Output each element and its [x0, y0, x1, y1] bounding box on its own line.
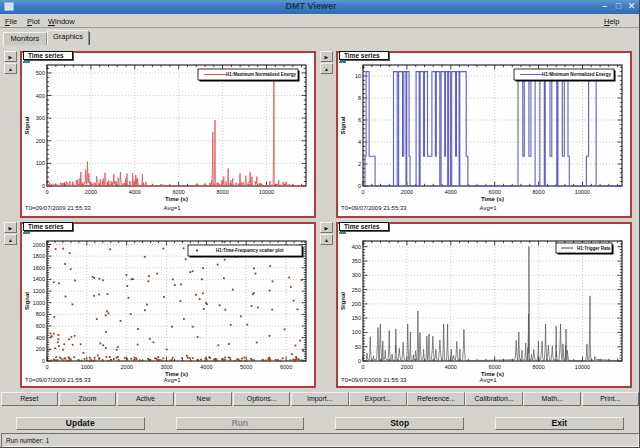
svg-text:T0=09/07/2009 21:55:33: T0=09/07/2009 21:55:33 — [341, 377, 407, 383]
svg-text:1800: 1800 — [33, 253, 45, 259]
svg-text:2000: 2000 — [401, 189, 413, 195]
svg-text:Signal: Signal — [340, 116, 346, 134]
svg-text:0: 0 — [42, 183, 45, 189]
svg-text:400: 400 — [352, 244, 361, 250]
svg-text:Signal: Signal — [24, 116, 30, 134]
svg-text:1000: 1000 — [33, 300, 45, 306]
svg-text:0: 0 — [45, 189, 48, 195]
svg-text:10: 10 — [355, 73, 361, 79]
svg-text:1600: 1600 — [33, 265, 45, 271]
svg-text:50: 50 — [355, 344, 361, 350]
svg-text:0: 0 — [358, 358, 361, 364]
svg-text:0: 0 — [361, 364, 364, 370]
svg-text:Avg=1: Avg=1 — [480, 377, 498, 383]
svg-text:250: 250 — [352, 287, 361, 293]
svg-text:H1:Maximum Normalized Energy: H1:Maximum Normalized Energy — [226, 72, 297, 77]
svg-text:400: 400 — [36, 93, 45, 99]
svg-text:200: 200 — [352, 301, 361, 307]
svg-text:0: 0 — [361, 189, 364, 195]
svg-text:0: 0 — [45, 364, 48, 370]
svg-text:6: 6 — [358, 117, 361, 123]
svg-text:Avg=1: Avg=1 — [164, 205, 182, 211]
svg-text:T0=09/07/2009 21:55:33: T0=09/07/2009 21:55:33 — [341, 205, 407, 211]
svg-text:Signal: Signal — [340, 292, 346, 310]
svg-text:1000: 1000 — [81, 364, 93, 370]
svg-text:200: 200 — [36, 346, 45, 352]
svg-text:0: 0 — [358, 183, 361, 189]
svg-text:350: 350 — [352, 258, 361, 264]
svg-text:100: 100 — [352, 329, 361, 335]
svg-text:8: 8 — [358, 95, 361, 101]
svg-text:Time (s): Time (s) — [165, 196, 188, 202]
svg-text:10000: 10000 — [575, 364, 590, 370]
svg-text:Time (s): Time (s) — [165, 371, 188, 377]
svg-text:200: 200 — [36, 138, 45, 144]
svg-text:1200: 1200 — [33, 288, 45, 294]
svg-text:100: 100 — [36, 160, 45, 166]
svg-text:300: 300 — [352, 272, 361, 278]
svg-text:6000: 6000 — [489, 364, 501, 370]
svg-text:4000: 4000 — [445, 189, 457, 195]
svg-text:1400: 1400 — [33, 276, 45, 282]
svg-text:H1:Time-Frequency scatter plot: H1:Time-Frequency scatter plot — [216, 248, 284, 253]
svg-text:T0=09/07/2009 21:55:33: T0=09/07/2009 21:55:33 — [25, 377, 91, 383]
svg-text:Avg=1: Avg=1 — [480, 205, 498, 211]
svg-text:150: 150 — [352, 315, 361, 321]
svg-text:2000: 2000 — [33, 242, 45, 248]
svg-text:8000: 8000 — [532, 189, 544, 195]
svg-text:H1:Minimum Normalized Energy: H1:Minimum Normalized Energy — [542, 72, 612, 77]
svg-text:Time (s): Time (s) — [481, 371, 504, 377]
svg-text:H1:Trigger Rate: H1:Trigger Rate — [577, 246, 611, 251]
svg-text:2: 2 — [358, 161, 361, 167]
svg-text:6000: 6000 — [280, 364, 292, 370]
svg-text:2000: 2000 — [401, 364, 413, 370]
svg-text:2000: 2000 — [85, 189, 97, 195]
svg-text:0: 0 — [42, 358, 45, 364]
svg-text:3000: 3000 — [160, 364, 172, 370]
svg-text:400: 400 — [36, 335, 45, 341]
svg-text:2000: 2000 — [121, 364, 133, 370]
svg-text:800: 800 — [36, 311, 45, 317]
svg-text:T0=09/07/2009 21:55:33: T0=09/07/2009 21:55:33 — [25, 205, 91, 211]
svg-text:4000: 4000 — [200, 364, 212, 370]
svg-text:300: 300 — [36, 115, 45, 121]
svg-text:6000: 6000 — [489, 189, 501, 195]
svg-text:500: 500 — [36, 70, 45, 76]
svg-text:10000: 10000 — [259, 189, 274, 195]
svg-text:5000: 5000 — [240, 364, 252, 370]
svg-text:4000: 4000 — [129, 189, 141, 195]
svg-text:600: 600 — [36, 323, 45, 329]
svg-text:Signal: Signal — [24, 292, 30, 310]
svg-text:10000: 10000 — [575, 189, 590, 195]
svg-text:Time (s): Time (s) — [481, 196, 504, 202]
svg-text:4000: 4000 — [445, 364, 457, 370]
svg-text:Avg=1: Avg=1 — [164, 377, 182, 383]
svg-text:8000: 8000 — [216, 189, 228, 195]
svg-text:6000: 6000 — [173, 189, 185, 195]
svg-text:4: 4 — [358, 139, 361, 145]
svg-text:8000: 8000 — [532, 364, 544, 370]
